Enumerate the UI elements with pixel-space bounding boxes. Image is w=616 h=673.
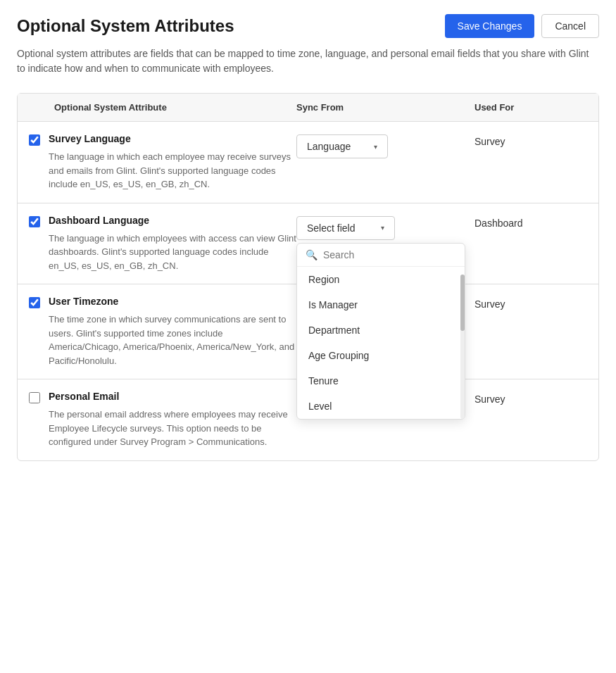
page-description: Optional system attributes are fields th…: [17, 46, 599, 76]
header-actions: Save Changes Cancel: [445, 14, 599, 38]
chevron-down-icon: ▾: [374, 143, 377, 151]
attribute-cell: User Timezone The time zone in which sur…: [29, 296, 296, 367]
attribute-content: Dashboard Language The language in which…: [49, 215, 296, 273]
language-select-label: Language: [307, 141, 351, 152]
checkbox-wrapper[interactable]: [29, 297, 40, 310]
table-row: Survey Language The language in which ea…: [18, 122, 598, 203]
attribute-name: User Timezone: [49, 296, 296, 307]
sync-from-cell: Language ▾: [296, 133, 474, 158]
attribute-content: Personal Email The personal email addres…: [49, 391, 296, 449]
attribute-content: Survey Language The language in which ea…: [49, 133, 296, 191]
attribute-description: The language in which employees with acc…: [49, 232, 296, 273]
language-select-button[interactable]: Language ▾: [296, 134, 388, 158]
checkbox-wrapper[interactable]: [29, 134, 40, 148]
dropdown-item-tenure[interactable]: Tenure: [297, 368, 465, 394]
survey-language-checkbox[interactable]: [29, 134, 40, 146]
dropdown-container: Select field ▾ 🔍 Region Is Manager Depar…: [296, 216, 395, 240]
dashboard-language-checkbox[interactable]: [29, 216, 40, 227]
search-icon: 🔍: [306, 249, 318, 260]
attribute-name: Survey Language: [49, 133, 296, 144]
attribute-description: The time zone in which survey communicat…: [49, 313, 296, 367]
checkbox-wrapper[interactable]: [29, 392, 40, 405]
attribute-cell: Survey Language The language in which ea…: [29, 133, 296, 191]
attribute-cell: Personal Email The personal email addres…: [29, 391, 296, 449]
scrollbar-thumb[interactable]: [460, 275, 465, 331]
select-field-label: Select field: [307, 222, 355, 234]
attribute-description: The language in which each employee may …: [49, 150, 296, 191]
header-attribute: Optional System Attribute: [29, 102, 296, 113]
attributes-table: Optional System Attribute Sync From Used…: [17, 93, 599, 461]
select-field-button[interactable]: Select field ▾: [296, 216, 395, 240]
chevron-down-icon: ▾: [381, 224, 384, 232]
dropdown-item-department[interactable]: Department: [297, 317, 465, 343]
scrollbar-track: [460, 275, 465, 419]
personal-email-checkbox[interactable]: [29, 392, 40, 403]
dropdown-search-input[interactable]: [323, 249, 456, 260]
checkbox-wrapper[interactable]: [29, 216, 40, 229]
dropdown-item-agegrouping[interactable]: Age Grouping: [297, 343, 465, 368]
page-header: Optional System Attributes Save Changes …: [17, 14, 599, 38]
dropdown-search-wrapper: 🔍: [297, 244, 465, 267]
attribute-cell: Dashboard Language The language in which…: [29, 215, 296, 273]
used-for-cell: Survey: [474, 391, 587, 405]
dropdown-item-level[interactable]: Level: [297, 394, 465, 419]
used-for-cell: Survey: [474, 133, 587, 147]
header-sync-from: Sync From: [296, 102, 474, 113]
used-for-cell: Dashboard: [474, 215, 587, 229]
attribute-content: User Timezone The time zone in which sur…: [49, 296, 296, 367]
dropdown-list: Region Is Manager Department Age Groupin…: [297, 267, 465, 419]
sync-from-cell: Select field ▾ 🔍 Region Is Manager Depar…: [296, 215, 474, 240]
table-header: Optional System Attribute Sync From Used…: [18, 94, 598, 122]
dropdown-menu: 🔍 Region Is Manager Department Age Group…: [296, 243, 465, 420]
attribute-description: The personal email address where employe…: [49, 408, 296, 449]
attribute-name: Dashboard Language: [49, 215, 296, 226]
save-button[interactable]: Save Changes: [445, 14, 535, 38]
attribute-name: Personal Email: [49, 391, 296, 402]
table-row: Dashboard Language The language in which…: [18, 203, 598, 285]
user-timezone-checkbox[interactable]: [29, 297, 40, 308]
dropdown-item-region[interactable]: Region: [297, 267, 465, 292]
cancel-button[interactable]: Cancel: [541, 14, 599, 38]
used-for-cell: Survey: [474, 296, 587, 310]
dropdown-item-ismanager[interactable]: Is Manager: [297, 292, 465, 317]
page-title: Optional System Attributes: [17, 16, 234, 36]
header-used-for: Used For: [474, 102, 587, 113]
